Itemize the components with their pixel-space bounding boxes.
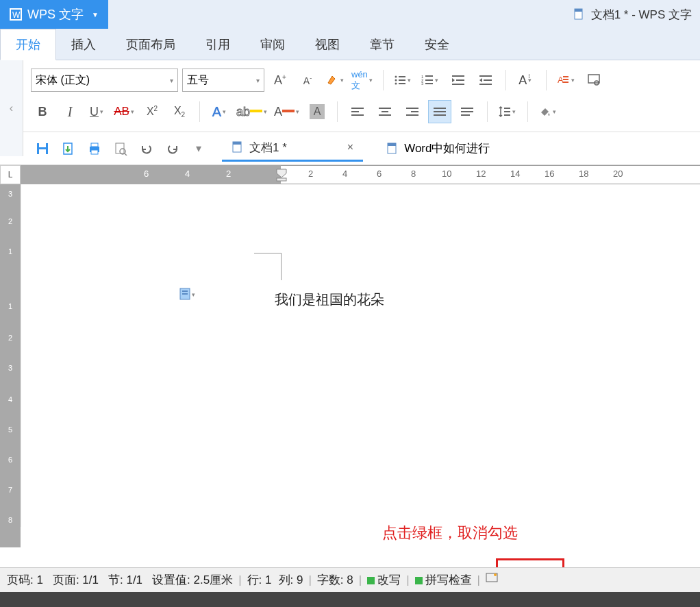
ribbon: 宋体 (正文)▾ 五号▾ A+ A- ▾ wén文▾ ▾ 123▾ A↕▾ A▾… [0,60,700,132]
print-preview-button[interactable] [111,139,130,158]
align-center-button[interactable] [373,100,397,123]
increase-indent-button[interactable] [474,69,497,92]
svg-rect-20 [484,79,492,81]
svg-point-6 [395,79,397,82]
status-word-count[interactable]: 字数: 8 [317,572,353,588]
quick-access-more-button[interactable]: ▾ [189,139,208,158]
svg-rect-48 [182,293,188,295]
status-page[interactable]: 页面: 1/1 [53,572,99,588]
window-title: 文档1 * - WPS 文字 [591,7,692,23]
tab-review[interactable]: 审阅 [245,29,300,60]
svg-rect-21 [479,84,492,85]
svg-rect-25 [563,82,568,83]
svg-rect-24 [563,79,568,80]
status-line[interactable]: 行: 1 [247,572,272,588]
text-outline-button[interactable]: A▾ [208,100,232,123]
superscript-button[interactable]: X2 [140,100,164,123]
align-distribute-button[interactable] [455,100,479,123]
decrease-indent-button[interactable] [447,69,470,92]
document-page[interactable]: ▾ 我们是祖国的花朵 [21,184,700,527]
svg-rect-47 [182,290,188,292]
status-page-number[interactable]: 页码: 1 [7,572,43,588]
paragraph-options-icon[interactable]: ▾ [179,287,192,301]
bold-button[interactable]: B [31,100,54,123]
increase-font-button[interactable]: A+ [268,69,292,92]
tab-reference[interactable]: 引用 [190,29,245,60]
export-pdf-button[interactable] [59,139,78,158]
svg-text:A: A [558,75,564,85]
status-setting[interactable]: 设置值: 2.5厘米 [152,572,233,588]
status-spellcheck-toggle[interactable]: 拼写检查 [415,572,472,588]
tab-security[interactable]: 安全 [410,29,464,60]
svg-rect-16 [452,75,464,77]
font-size-select[interactable]: 五号▾ [182,69,264,92]
font-name-select[interactable]: 宋体 (正文)▾ [31,69,178,92]
document-icon [232,141,244,153]
status-view-button[interactable] [486,573,498,587]
svg-rect-9 [399,83,405,84]
chevron-down-icon: ▼ [92,11,99,18]
styles-button[interactable]: A▾ [555,69,578,92]
doc-tab-2[interactable]: Word中如何进行 [377,136,499,162]
doc-tab-1[interactable]: 文档1 * × [222,136,363,162]
font-color-button[interactable]: A▾ [273,100,301,123]
ribbon-collapse-button[interactable]: ‹ [0,60,23,156]
number-list-button[interactable]: 123▾ [419,69,442,92]
svg-rect-11 [425,75,433,77]
strikethrough-button[interactable]: AB▾ [113,100,136,123]
underline-button[interactable]: U▾ [86,100,109,123]
fill-color-button[interactable]: ▾ [536,100,560,123]
status-column[interactable]: 列: 9 [279,572,303,588]
status-overwrite-toggle[interactable]: 改写 [367,572,401,588]
text-effects-button[interactable]: A↕▾ [514,69,538,92]
clear-format-button[interactable]: ▾ [323,69,347,92]
save-button[interactable] [33,139,52,158]
print-button[interactable] [85,139,104,158]
svg-rect-28 [504,108,510,109]
tab-start[interactable]: 开始 [0,29,56,60]
svg-rect-5 [399,76,405,77]
align-justify-button[interactable] [428,100,451,123]
horizontal-ruler[interactable]: 6 4 2 2 4 6 8 10 12 14 16 18 20 [21,165,700,184]
align-left-button[interactable] [346,100,369,123]
undo-button[interactable] [137,139,156,158]
svg-rect-19 [479,75,492,77]
align-right-button[interactable] [401,100,424,123]
quick-access-bar: ▾ 文档1 * × Word中如何进行 [0,132,700,165]
margin-corner-icon [254,253,282,280]
shading-button[interactable]: A [305,100,329,123]
line-spacing-button[interactable]: ▾ [496,100,519,123]
svg-rect-3 [575,9,582,12]
tab-chapter[interactable]: 章节 [355,29,410,60]
subscript-button[interactable]: X2 [168,100,191,123]
svg-rect-13 [425,79,433,81]
vertical-ruler: L 3 2 1 1 2 3 4 5 6 7 8 [0,165,21,547]
tab-view[interactable]: 视图 [300,29,355,60]
status-section[interactable]: 节: 1/1 [108,572,142,588]
highlight-button[interactable]: ab▾ [236,100,269,123]
green-square-icon [367,577,375,584]
tab-layout[interactable]: 页面布局 [111,29,190,60]
svg-text:3: 3 [421,82,424,86]
svg-text:▾: ▾ [192,291,195,298]
status-bar: 页码: 1 页面: 1/1 节: 1/1 设置值: 2.5厘米 | 行: 1 列… [0,567,700,592]
redo-button[interactable] [163,139,182,158]
phonetic-guide-button[interactable]: wén文▾ [351,69,375,92]
svg-point-8 [395,83,397,85]
bullet-list-button[interactable]: ▾ [392,69,415,92]
svg-rect-30 [504,114,510,116]
decrease-font-button[interactable]: A- [296,69,319,92]
svg-point-4 [395,76,397,78]
svg-line-40 [125,153,127,156]
italic-button[interactable]: I [58,100,82,123]
ruler-corner[interactable]: L [0,165,21,184]
tab-insert[interactable]: 插入 [56,29,111,60]
document-text[interactable]: 我们是祖国的花朵 [275,290,384,309]
indent-marker-icon[interactable] [275,168,288,184]
app-menu-button[interactable]: W WPS 文字 ▼ [0,0,108,29]
svg-rect-15 [425,83,433,84]
menu-tabs: 开始 插入 页面布局 引用 审阅 视图 章节 安全 [0,29,700,60]
svg-rect-33 [39,149,46,154]
close-tab-button[interactable]: × [347,141,353,153]
find-replace-button[interactable] [582,69,605,92]
